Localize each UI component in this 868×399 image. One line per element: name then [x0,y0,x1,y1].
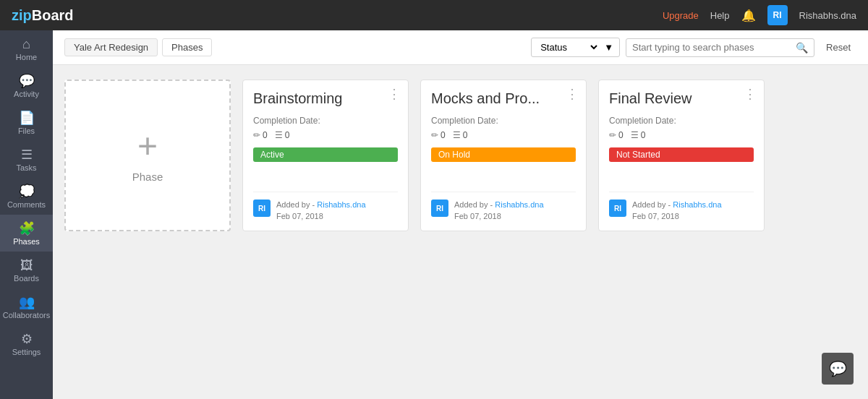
task-count: 0 [263,130,268,140]
added-date: Feb 07, 2018 [276,212,323,220]
footer-avatar: RI [609,200,626,217]
notifications-bell-icon[interactable]: 🔔 [741,9,756,22]
phase-task-stat: ✏ 0 [431,130,446,140]
sidebar-item-home[interactable]: ⌂ Home [0,30,53,67]
sidebar-item-tasks[interactable]: ☰ Tasks [0,141,53,178]
sidebar-item-phases[interactable]: 🧩 Phases [0,215,53,252]
phase-task-stat: ✏ 0 [609,130,624,140]
app-logo: zipBoard [12,7,663,24]
upgrade-button[interactable]: Upgrade [663,10,699,21]
add-phase-plus-icon: + [137,129,158,163]
added-by-user[interactable]: Rishabhs.dna [317,200,365,209]
user-avatar[interactable]: RI [767,5,788,25]
footer-info: Added by - Rishabhs.dna Feb 07, 2018 [276,200,366,222]
add-phase-label: Phase [132,171,163,183]
phase-status-badge[interactable]: Active [253,147,398,162]
added-by-user[interactable]: Rishabhs.dna [673,200,721,209]
phase-stats: ✏ 0 ☰ 0 [609,130,754,140]
reset-button[interactable]: Reset [820,39,856,56]
search-box: 🔍 [626,38,814,57]
search-icon: 🔍 [796,42,808,53]
file-stat-icon: ☰ [631,130,639,140]
sidebar-item-label-comments: Comments [7,200,46,209]
sidebar-item-label-tasks: Tasks [16,163,36,172]
footer-avatar: RI [253,200,271,217]
topbar: zipBoard Upgrade Help 🔔 RI Rishabhs.dna [0,0,868,30]
sidebar-item-boards[interactable]: 🖼 Boards [0,252,53,288]
search-input[interactable] [632,42,791,53]
breadcrumb: Yale Art Redesign Phases [64,38,212,56]
added-by-user[interactable]: Rishabhs.dna [495,200,543,209]
home-icon: ⌂ [22,38,30,51]
added-by-label: Added by - [276,200,317,209]
file-stat-icon: ☰ [275,130,283,140]
phase-card-title: Mocks and Pro... [431,90,576,107]
phase-completion-label: Completion Date: [253,116,398,126]
tasks-icon: ☰ [21,148,33,161]
settings-icon: ⚙ [21,332,33,346]
sidebar-item-label-phases: Phases [13,237,40,246]
phase-status-badge[interactable]: Not Started [609,147,754,162]
phase-file-stat: ☰ 0 [453,130,468,140]
file-count: 0 [641,130,646,140]
task-count: 0 [618,130,624,140]
phase-completion-label: Completion Date: [609,116,754,126]
username-label[interactable]: Rishabhs.dna [799,10,857,21]
task-stat-icon: ✏ [609,130,616,140]
phase-file-stat: ☰ 0 [631,130,646,140]
boards-icon: 🖼 [20,259,33,272]
phases-grid: + Phase ⋮ Brainstorming Completion Date:… [53,65,868,399]
footer-info: Added by - Rishabhs.dna Feb 07, 2018 [632,200,722,222]
topbar-right: Upgrade Help 🔔 RI Rishabhs.dna [663,5,856,25]
phase-task-stat: ✏ 0 [253,130,268,140]
task-stat-icon: ✏ [253,130,260,140]
phase-card-menu-icon[interactable]: ⋮ [388,87,401,100]
phase-card-brainstorming: ⋮ Brainstorming Completion Date: ✏ 0 ☰ 0… [242,80,409,231]
phase-stats: ✏ 0 ☰ 0 [431,130,576,140]
breadcrumb-right: Status Active On Hold Not Started ▼ 🔍 Re… [531,38,856,57]
status-select[interactable]: Status Active On Hold Not Started [537,41,600,53]
phase-card-final-review: ⋮ Final Review Completion Date: ✏ 0 ☰ 0 … [598,80,765,231]
task-stat-icon: ✏ [431,130,438,140]
sidebar-item-label-collaborators: Collaborators [3,311,50,319]
footer-avatar: RI [431,200,448,217]
phase-status-badge[interactable]: On Hold [431,147,576,162]
phase-stats: ✏ 0 ☰ 0 [253,130,398,140]
sidebar-item-label-settings: Settings [12,348,41,356]
breadcrumb-current[interactable]: Phases [162,38,212,56]
activity-icon: 💬 [19,74,35,87]
phase-card-menu-icon[interactable]: ⋮ [566,87,579,100]
sidebar-item-files[interactable]: 📄 Files [0,104,53,141]
phase-card-title: Final Review [609,90,754,107]
sidebar-item-collaborators[interactable]: 👥 Collaborators [0,288,53,325]
footer-info: Added by - Rishabhs.dna Feb 07, 2018 [454,200,544,222]
phase-card-menu-icon[interactable]: ⋮ [744,87,757,100]
file-stat-icon: ☰ [453,130,461,140]
sidebar-item-activity[interactable]: 💬 Activity [0,67,53,104]
breadcrumb-bar: Yale Art Redesign Phases Status Active O… [53,30,868,65]
help-button[interactable]: Help [710,10,730,21]
sidebar: ⌂ Home 💬 Activity 📄 Files ☰ Tasks 💭 Comm… [0,30,53,399]
add-phase-card[interactable]: + Phase [64,80,231,231]
phase-card-mocks-and-pro: ⋮ Mocks and Pro... Completion Date: ✏ 0 … [420,80,587,231]
chat-icon: 💬 [829,360,847,377]
sidebar-item-comments[interactable]: 💭 Comments [0,178,53,215]
phase-completion-label: Completion Date: [431,116,576,126]
sidebar-item-label-boards: Boards [14,274,39,283]
added-date: Feb 07, 2018 [632,212,679,220]
breadcrumb-project[interactable]: Yale Art Redesign [64,38,158,56]
phase-card-footer: RI Added by - Rishabhs.dna Feb 07, 2018 [609,192,754,222]
sidebar-item-label-files: Files [18,126,35,135]
collaborators-icon: 👥 [19,296,35,309]
sidebar-item-label-home: Home [16,53,37,61]
task-count: 0 [441,130,446,140]
sidebar-item-label-activity: Activity [14,90,39,98]
chat-fab-button[interactable]: 💬 [822,353,854,385]
file-count: 0 [285,130,290,140]
sidebar-item-settings[interactable]: ⚙ Settings [0,325,53,362]
phase-card-footer: RI Added by - Rishabhs.dna Feb 07, 2018 [253,192,398,222]
status-dropdown[interactable]: Status Active On Hold Not Started ▼ [531,38,620,57]
phase-card-title: Brainstorming [253,90,398,107]
content-area: Yale Art Redesign Phases Status Active O… [53,30,868,399]
added-by-label: Added by - [632,200,673,209]
